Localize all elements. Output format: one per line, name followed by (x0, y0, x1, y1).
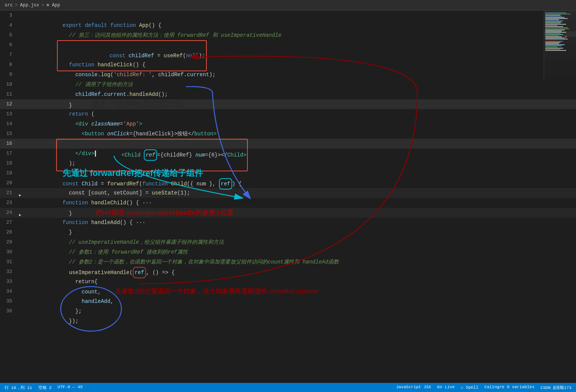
code-line-18: 18 先通过 forwardRef把ref传递给子组件 (0, 158, 576, 168)
status-bar-left: 行 16，列 11 空格 2 UTF-8 ← 45 (5, 385, 83, 390)
code-line-17: 17 ); (0, 149, 576, 158)
minimap: ▶ (544, 11, 576, 79)
breadcrumb-sep1: > (15, 3, 18, 8)
code-line-20: 20 const [count, setCount] = useState(1)… (0, 178, 576, 188)
code-line-5: 5 const childRef = useRef(null); (0, 30, 576, 40)
status-lang: JavaScript JSX (396, 385, 431, 390)
status-bar: 行 16，列 11 空格 2 UTF-8 ← 45 JavaScript JSX… (0, 383, 576, 392)
code-line-36: 36 }); (0, 306, 576, 316)
code-line-19: 19 const Child = forwardRef(function Chi… (0, 168, 576, 178)
breadcrumb-sep2: > (41, 3, 44, 8)
status-spell: ⚠ Spell (461, 385, 478, 390)
status-brand: CSDN @清顺173 (541, 385, 571, 390)
code-lines: 3 export default function App() { 4 // 第… (0, 11, 576, 316)
breadcrumb: src > App.jsx > ⊕ App (5, 2, 60, 8)
status-indent: 空格 2 (38, 385, 52, 390)
code-line-11: 11 } 调用子组件的属性和方法 (0, 89, 576, 99)
code-line-23: 23 } 把ref用在 useImperativeHandle的参数1位置 (0, 198, 576, 208)
code-line-30: 30 // 参数2：是一个函数，在函数中返回一个对象，在对象中添加需要放父组件访… (0, 247, 576, 257)
code-line-13: 13 <div className='App'> (0, 109, 576, 119)
code-line-7: 7 function handleClick() { (0, 50, 576, 60)
editor-wrapper: 3 export default function App() { 4 // 第… (0, 11, 576, 383)
code-line-34: 34 handleAdd, (0, 287, 576, 296)
breadcrumb-src: src (5, 3, 13, 8)
status-bar-right: JavaScript JSX Go Live ⚠ Spell Calingre … (396, 385, 571, 390)
code-line-9: 9 // 调用了子组件的方法 (0, 70, 576, 80)
status-encoding: UTF-8 ← 45 (58, 385, 83, 390)
code-line-29: 29 // 参数1：使用 forwardRef 接收到的ref属性 (0, 237, 576, 247)
code-line-8: 8 console.log('childRef: ', childRef.cur… (0, 60, 576, 70)
code-line-14: 14 <button onClick={handleClick}>按钮</but… (0, 119, 576, 129)
code-line-27: 27 } (0, 218, 576, 227)
code-line-4: 4 // 第三：访问其他组件的属性和方法：使用 forwardRef 和 use… (0, 20, 576, 30)
status-vars: Calingre 0 variables (485, 385, 535, 390)
code-line-10: 10 childRef.current.handleAdd(); (0, 80, 576, 89)
status-position: 行 16，列 11 (5, 385, 32, 390)
code-line-21: 21 ▶ function handleChild() { ··· (0, 188, 576, 198)
code-line-24: 24 ▶ function handleAdd() { ··· (0, 208, 576, 218)
code-line-15: 15 <Child ref={childRef} num={6}></Child… (0, 129, 576, 139)
title-bar: src > App.jsx > ⊕ App (0, 0, 576, 11)
code-line-28: 28 // useImperativeHandle，给父组件暴露子组件的属性和方… (0, 227, 576, 237)
status-live[interactable]: Go Live (437, 385, 455, 390)
code-line-12: 12 return ( (0, 99, 576, 109)
code-line-6: 6 (0, 40, 576, 50)
code-line-16: 16 </div> (0, 139, 576, 149)
code-line-33: 33 count, 在参数2的位置返回一个对象，这个对象最终是赋值给 child… (0, 277, 576, 287)
breadcrumb-symbol: ⊕ App (46, 2, 60, 8)
code-line-35: 35 }; (0, 296, 576, 306)
code-line-31: 31 useImperativeHandle(ref, () => { (0, 257, 576, 267)
code-line-3: 3 export default function App() { (0, 11, 576, 20)
breadcrumb-file: App.jsx (20, 3, 39, 8)
code-line-32: 32 return{ (0, 267, 576, 277)
